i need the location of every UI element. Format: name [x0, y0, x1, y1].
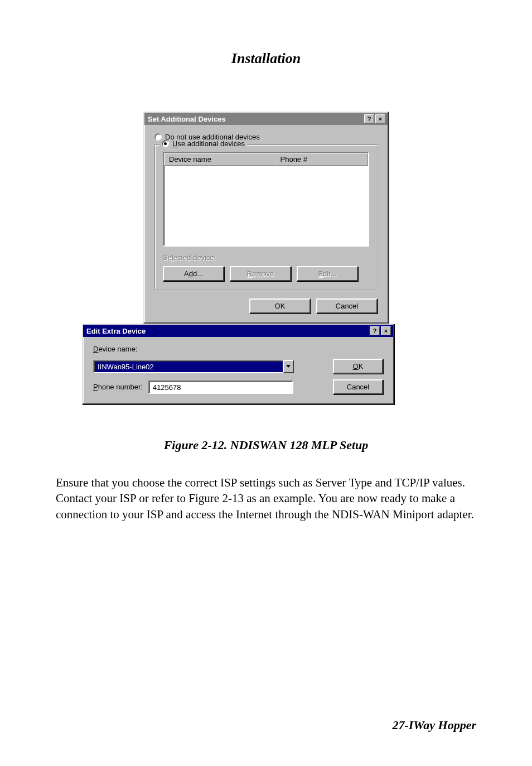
label-accel: D [93, 345, 98, 353]
device-name-combobox[interactable]: IINWan95-Line02 [93, 360, 294, 373]
ok-button[interactable]: OK [249, 298, 311, 314]
edit-extra-device-dialog: Edit Extra Device ? × Device name: IINWa… [82, 324, 394, 404]
add-button[interactable]: Add... [163, 266, 224, 281]
phone-number-label: Phone number: [93, 383, 143, 391]
ok-button[interactable]: OK [333, 359, 383, 374]
label-part: ected device: [173, 253, 216, 262]
btn-text-part: A [184, 269, 189, 278]
btn-text-part: K [359, 362, 364, 370]
cancel-button[interactable]: Cancel [333, 379, 383, 394]
btn-text-part: d... [193, 269, 203, 278]
figure-caption: Figure 2-12. NDISWAN 128 MLP Setup [56, 438, 476, 452]
dialog2-titlebar-buttons: ? × [370, 326, 391, 335]
btn-text-part: emove [252, 269, 274, 278]
page-footer: 27-IWay Hopper [392, 718, 476, 733]
chevron-down-icon [286, 365, 291, 368]
dialog1-actions: OK Cancel [154, 298, 378, 314]
listview-header: Device name Phone # [164, 153, 368, 166]
dialog2-title: Edit Extra Device [86, 327, 146, 335]
dialogs-container: Set Additional Devices ? × Do not use ad… [56, 112, 476, 404]
dialog1-titlebar: Set Additional Devices ? × [144, 113, 388, 125]
device-listview[interactable]: Device name Phone # [163, 152, 369, 247]
close-button[interactable]: × [381, 326, 391, 335]
radio-icon [162, 140, 169, 147]
radio-accel: U [172, 139, 177, 148]
close-button[interactable]: × [375, 114, 385, 123]
use-additional-groupbox: Use additional devices Device name Phone… [154, 144, 378, 290]
device-buttons-row: Add... Remove Edit... [163, 266, 369, 281]
dialog1-titlebar-buttons: ? × [364, 114, 385, 123]
phone-number-input[interactable]: 4125678 [148, 380, 293, 394]
device-name-combo-wrap: IINWan95-Line02 [93, 360, 320, 373]
btn-accel: d [189, 269, 193, 278]
combobox-dropdown-button[interactable] [283, 360, 294, 373]
label-accel: P [93, 383, 98, 391]
dialog2-titlebar: Edit Extra Device ? × [83, 325, 393, 337]
help-button[interactable]: ? [370, 326, 380, 335]
btn-accel: O [353, 362, 359, 370]
edit-button: Edit... [297, 266, 358, 281]
label-part: evice name: [98, 345, 137, 353]
column-device-name[interactable]: Device name [164, 153, 275, 166]
radio-dot-icon [164, 142, 167, 145]
radio-use-label: Use additional devices [172, 139, 245, 148]
label-part: Se [163, 253, 172, 262]
column-phone[interactable]: Phone # [275, 153, 369, 166]
label-part: hone number: [98, 383, 143, 391]
device-name-label: Device name: [93, 345, 320, 353]
dialog1-title: Set Additional Devices [148, 115, 226, 123]
btn-text-part: dit... [323, 269, 337, 278]
page-title: Installation [56, 50, 476, 67]
btn-accel: E [318, 269, 323, 278]
phone-number-row: Phone number: 4125678 [93, 380, 320, 394]
radio-text-part: se additional devices [177, 139, 245, 148]
remove-button: Remove [230, 266, 291, 281]
device-name-value[interactable]: IINWan95-Line02 [93, 360, 283, 373]
help-button[interactable]: ? [364, 114, 374, 123]
dialog1-body: Do not use additional devices Use additi… [144, 125, 388, 322]
cancel-button[interactable]: Cancel [316, 298, 378, 314]
selected-device-label: Selected device: [163, 253, 369, 262]
radio-use[interactable]: Use additional devices [159, 139, 247, 148]
set-additional-devices-dialog: Set Additional Devices ? × Do not use ad… [143, 112, 389, 324]
body-paragraph: Ensure that you choose the correct ISP s… [56, 475, 476, 522]
btn-accel: R [247, 269, 252, 278]
dialog2-body: Device name: IINWan95-Line02 OK Phone nu… [83, 337, 393, 403]
